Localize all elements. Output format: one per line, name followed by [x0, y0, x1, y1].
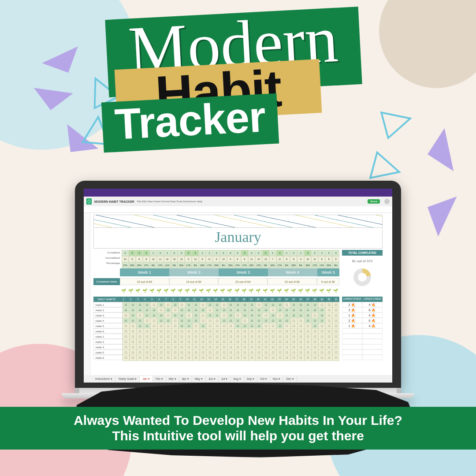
stat-cell: 11 — [206, 256, 213, 262]
stat-cell: 25% — [290, 262, 297, 268]
habit-checkbox[interactable]: ☐ — [290, 355, 298, 361]
habit-name: Habit 6 — [93, 328, 123, 334]
title-word-3: Tracker — [114, 92, 267, 149]
habit-checkbox[interactable]: ☐ — [298, 355, 305, 361]
stat-cell: 13 — [262, 256, 269, 262]
stat-cell: 25% — [325, 262, 332, 268]
habit-checkbox[interactable]: ☐ — [305, 355, 312, 361]
habit-checkbox[interactable]: ☐ — [213, 355, 220, 361]
sheet-tab[interactable]: Oct ▾ — [257, 376, 270, 382]
stat-label: Completed — [93, 251, 120, 254]
habit-checkbox[interactable]: ☐ — [283, 355, 290, 361]
streak-current: 2 🔥 — [342, 302, 362, 307]
habit-checkbox[interactable]: ☐ — [227, 355, 234, 361]
stat-cell: 7 — [269, 256, 276, 262]
stat-cell: 13 — [178, 256, 185, 262]
sprout-icon: 🌱 — [134, 287, 141, 295]
stat-cell: 2 — [213, 250, 220, 256]
habit-checkbox[interactable]: ☐ — [178, 355, 186, 361]
habit-checkbox[interactable]: ☐ — [186, 355, 193, 361]
stat-cell: 8% — [171, 262, 178, 268]
streak-row: 2 🔥6 🔥 — [342, 318, 383, 323]
streak-current — [342, 339, 362, 344]
streak-row — [342, 334, 383, 339]
sheet-tab[interactable]: Aug ▾ — [231, 376, 244, 382]
sheet-tab[interactable]: Feb ▾ — [153, 376, 166, 382]
habit-checkbox[interactable]: ☐ — [332, 355, 339, 361]
streak-row: 1 🔥4 🔥 — [342, 323, 383, 328]
total-completed-value: 81 out of 372 — [342, 256, 383, 267]
sprout-icon: 🌱 — [120, 287, 127, 295]
sprout-icon: 🌱 — [311, 287, 318, 295]
habit-checkbox[interactable]: ☐ — [318, 355, 325, 361]
sheet-tab[interactable]: Nov ▾ — [270, 376, 283, 382]
habit-checkbox[interactable]: ☐ — [137, 355, 144, 361]
habit-checkbox[interactable]: ☐ — [193, 355, 200, 361]
habit-checkbox[interactable]: ☐ — [234, 355, 242, 361]
habit-name: Habit 3 — [93, 312, 123, 318]
habit-row: Habit 3☐☑☐☑☑☑☐☑☑☐☑☐☑☑☐☑☐☑☑☑☐☑☐☑☑☑☑☐☑☐☐ — [93, 312, 339, 318]
habit-checkbox[interactable]: ☐ — [276, 355, 283, 361]
habit-row: Habit 6☐☐☐☐☐☐☐☐☐☐☐☐☐☐☐☐☐☐☐☐☐☐☐☐☐☐☐☐☐☐☐ — [93, 328, 339, 334]
habit-checkbox[interactable]: ☐ — [130, 355, 137, 361]
sheet-tab[interactable]: Yearly Goals ▾ — [115, 376, 140, 382]
habit-checkbox[interactable]: ☐ — [262, 355, 269, 361]
habit-checkbox[interactable]: ☐ — [123, 355, 130, 361]
sheet-tab[interactable]: May ▾ — [192, 376, 206, 382]
stat-cell: 17% — [157, 262, 164, 268]
habit-name: Habit 2 — [93, 307, 123, 312]
sheet-tab[interactable]: Mar ▾ — [166, 376, 179, 382]
stat-cell: 1 — [269, 250, 276, 256]
sprout-icon: 🌱 — [325, 287, 332, 295]
browser-tab-bar — [84, 189, 392, 197]
habit-checkbox[interactable]: ☐ — [200, 355, 207, 361]
habit-checkbox[interactable]: ☐ — [144, 355, 151, 361]
streak-row: 3 🔥8 🔥 — [342, 307, 383, 312]
stat-cell: 10 — [150, 256, 157, 262]
habit-checkbox[interactable]: ☐ — [269, 355, 276, 361]
habit-checkbox[interactable]: ☐ — [171, 355, 178, 361]
completed-week-value: 19 out of 84 — [169, 278, 219, 285]
sprout-icon: 🌱 — [155, 287, 162, 295]
streak-row: 2 🔥4 🔥 — [342, 302, 383, 307]
sprout-icon: 🌱 — [304, 287, 311, 295]
streak-largest — [362, 328, 383, 334]
habit-checkbox[interactable]: ☐ — [220, 355, 227, 361]
habit-checkbox[interactable]: ☐ — [256, 355, 263, 361]
sheet-tab[interactable]: Jul ▾ — [219, 376, 231, 382]
sprout-icon: 🌱 — [226, 287, 233, 295]
habit-checkbox[interactable]: ☐ — [157, 355, 164, 361]
habit-checkbox[interactable]: ☐ — [312, 355, 319, 361]
habit-checkbox[interactable]: ☐ — [164, 355, 171, 361]
habit-checkbox[interactable]: ☐ — [242, 355, 249, 361]
streak-grid: 2 🔥4 🔥3 🔥8 🔥1 🔥4 🔥2 🔥6 🔥1 🔥4 🔥 — [342, 302, 383, 360]
stat-cell: 17% — [255, 262, 262, 268]
sheet-tab[interactable]: Jan ▾ — [140, 376, 152, 382]
share-button[interactable]: Share — [368, 199, 380, 204]
stat-cell: 2 — [171, 250, 178, 256]
habit-checkbox[interactable]: ☐ — [325, 355, 332, 361]
stat-cell: 4 — [129, 250, 136, 256]
stat-cell: 3 — [248, 250, 255, 256]
habit-name: Habit 2 — [93, 339, 123, 344]
sheet-tab[interactable]: Sep ▾ — [244, 376, 257, 382]
streak-row: 1 🔥4 🔥 — [342, 312, 383, 318]
streak-largest: 4 🔥 — [362, 302, 383, 307]
sheet-tab[interactable]: Dec ▾ — [283, 376, 297, 382]
habit-checkbox[interactable]: ☐ — [249, 355, 256, 361]
habit-checkbox[interactable]: ☐ — [150, 355, 157, 361]
sheet-tab[interactable]: Jun ▾ — [206, 376, 219, 382]
sheet-tab[interactable]: Instructions ▾ — [93, 376, 115, 382]
sheets-header: MODERN HABIT TRACKER File Edit View Inse… — [84, 197, 392, 206]
streak-current: 1 🔥 — [342, 323, 362, 328]
sheet-tab[interactable]: Apr ▾ — [179, 376, 192, 382]
day-number: 28 — [311, 297, 318, 302]
habit-checkbox[interactable]: ☐ — [206, 355, 213, 361]
habit-row: Habit 3☐☐☐☐☐☐☐☐☐☐☐☐☐☐☐☐☐☐☐☐☐☐☐☐☐☐☐☐☐☐☐ — [93, 344, 339, 350]
sprout-icon: 🌱 — [283, 287, 290, 295]
stat-cell: 10 — [164, 256, 171, 262]
laptop-mockup: MODERN HABIT TRACKER File Edit View Inse… — [75, 181, 401, 398]
habit-row: Habit 5☐☐☐☐☐☐☐☐☐☐☐☐☐☐☐☐☐☐☐☐☐☐☐☐☐☐☐☐☐☐☐ — [93, 350, 339, 355]
sheet-tabs: Instructions ▾Yearly Goals ▾Jan ▾Feb ▾Ma… — [84, 375, 392, 383]
triangle-icon — [398, 178, 457, 237]
